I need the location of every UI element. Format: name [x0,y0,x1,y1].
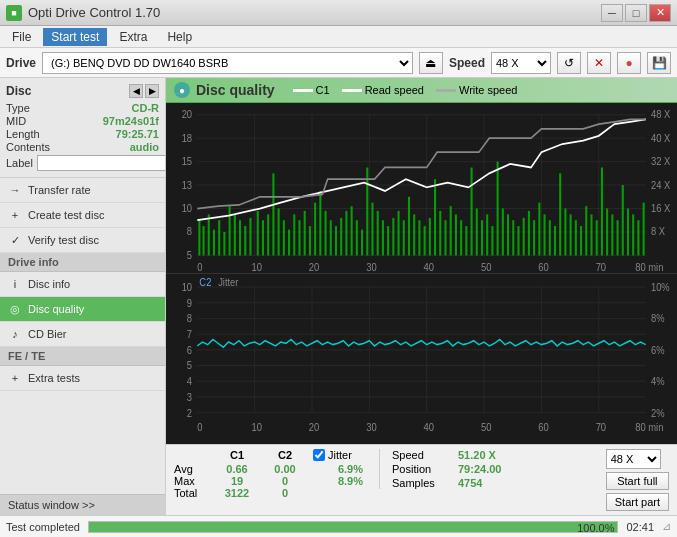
sidebar-item-transfer-rate[interactable]: → Transfer rate [0,178,165,203]
disc-prev-button[interactable]: ◀ [129,84,143,98]
disc-next-button[interactable]: ▶ [145,84,159,98]
svg-rect-60 [319,191,321,255]
svg-text:10: 10 [182,203,193,215]
svg-rect-37 [198,220,200,255]
disc-quality-header-icon: ● [174,82,190,98]
svg-rect-72 [382,220,384,255]
disc-mid-row: MID 97m24s01f [6,115,159,127]
svg-rect-38 [203,226,205,255]
disc-contents-row: Contents audio [6,141,159,153]
title-bar: ■ Opti Drive Control 1.70 ─ □ ✕ [0,0,677,26]
menu-extra[interactable]: Extra [111,28,155,46]
sidebar-item-create-test-disc[interactable]: + Create test disc [0,203,165,228]
resize-handle: ⊿ [662,520,671,533]
sidebar-item-verify-test-disc[interactable]: ✓ Verify test disc [0,228,165,253]
stats-position-label: Position [392,463,452,475]
sidebar-item-extra-tests[interactable]: + Extra tests [0,366,165,391]
disc-contents-key: Contents [6,141,50,153]
menu-file[interactable]: File [4,28,39,46]
svg-rect-111 [585,206,587,255]
stats-samples-label: Samples [392,477,452,489]
svg-rect-89 [471,167,473,255]
svg-rect-73 [387,226,389,255]
fe-te-section[interactable]: FE / TE [0,347,165,366]
svg-text:40: 40 [424,420,435,433]
menu-start-test[interactable]: Start test [43,28,107,46]
sidebar-item-label-verify-test-disc: Verify test disc [28,234,99,246]
svg-rect-122 [643,203,645,256]
svg-rect-80 [424,226,426,255]
stats-max-row: Max 19 0 8.9% [174,475,363,487]
svg-text:2: 2 [187,405,192,418]
svg-rect-92 [486,214,488,255]
stats-avg-label: Avg [174,463,209,475]
sidebar-item-label-disc-info: Disc info [28,278,70,290]
sidebar-item-cd-bier[interactable]: ♪ CD Bier [0,322,165,347]
legend-write-label: Write speed [459,84,518,96]
eject-button[interactable]: ⏏ [419,52,443,74]
svg-text:10: 10 [252,420,263,433]
drive-info-section[interactable]: Drive info [0,253,165,272]
disc-panel-title: Disc [6,84,31,98]
status-window-button[interactable]: Status window >> [0,494,165,515]
svg-rect-75 [398,211,400,256]
disc-type-key: Type [6,102,30,114]
svg-rect-79 [418,220,420,255]
chart-bottom-svg: 10 9 8 7 6 5 4 3 2 10% 8% 6% 4% 2% 0 [166,274,677,444]
burn-button[interactable]: ● [617,52,641,74]
test-speed-select[interactable]: 48 X [606,449,661,469]
stats-speed-row: Speed 51.20 X [392,449,501,461]
svg-rect-110 [580,226,582,255]
jitter-check-row: Jitter [313,449,352,461]
svg-text:50: 50 [481,261,492,273]
stats-c1-header: C1 [217,449,257,461]
disc-label-input[interactable] [37,155,166,171]
speed-select[interactable]: 48 X [491,52,551,74]
svg-rect-123 [166,274,677,444]
svg-text:20: 20 [182,109,193,121]
svg-rect-51 [272,173,274,255]
drive-info-label: Drive info [8,256,59,268]
sidebar-item-disc-quality[interactable]: ◎ Disc quality [0,297,165,322]
drive-label: Drive [6,56,36,70]
erase-button[interactable]: ✕ [587,52,611,74]
save-button[interactable]: 💾 [647,52,671,74]
svg-rect-85 [450,206,452,255]
svg-rect-86 [455,214,457,255]
close-button[interactable]: ✕ [649,4,671,22]
disc-type-row: Type CD-R [6,102,159,114]
stats-total-row: Total 3122 0 [174,487,363,499]
drive-select[interactable]: (G:) BENQ DVD DD DW1640 BSRB [42,52,413,74]
disc-quality-title: Disc quality [196,82,275,98]
stats-position-val: 79:24.00 [458,463,501,475]
minimize-button[interactable]: ─ [601,4,623,22]
svg-rect-106 [559,173,561,255]
stats-total-c2: 0 [265,487,305,499]
disc-quality-header: ● Disc quality C1 Read speed Write speed [166,78,677,103]
svg-text:9: 9 [187,296,192,309]
menu-help[interactable]: Help [159,28,200,46]
sidebar-item-disc-info[interactable]: i Disc info [0,272,165,297]
disc-panel: Disc ◀ ▶ Type CD-R MID 97m24s01f Length … [0,78,165,178]
svg-rect-48 [257,211,259,256]
verify-test-disc-icon: ✓ [8,233,22,247]
stats-bar: C1 C2 Jitter Avg 0.66 0.00 6.9% Max 19 [166,444,677,515]
svg-rect-43 [229,206,231,255]
disc-info-icon: i [8,277,22,291]
start-part-button[interactable]: Start part [606,493,669,511]
status-window-label: Status window >> [8,499,95,511]
svg-text:16 X: 16 X [651,203,671,215]
svg-rect-81 [429,218,431,256]
stats-max-label: Max [174,475,209,487]
status-text: Test completed [6,521,80,533]
disc-type-val: CD-R [132,102,160,114]
refresh-button[interactable]: ↺ [557,52,581,74]
maximize-button[interactable]: □ [625,4,647,22]
menu-bar: File Start test Extra Help [0,26,677,48]
disc-label-key: Label [6,157,33,169]
svg-rect-52 [278,209,280,256]
start-full-button[interactable]: Start full [606,472,669,490]
disc-panel-header: Disc ◀ ▶ [6,84,159,98]
svg-text:4%: 4% [651,374,665,387]
jitter-checkbox[interactable] [313,449,325,461]
